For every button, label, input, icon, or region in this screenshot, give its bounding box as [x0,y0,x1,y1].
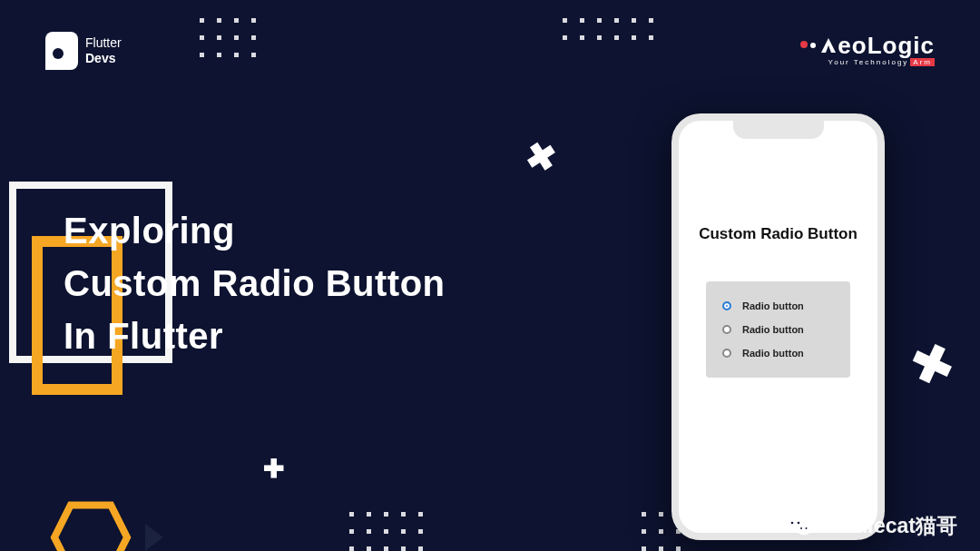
radio-indicator [722,325,731,334]
radio-label: Radio button [742,300,804,311]
dots-decoration [563,18,653,40]
title-line-1: Exploring [64,204,446,257]
logo-line2: Devs [85,51,122,66]
plus-icon: ✚ [901,330,964,399]
aeologic-dots-icon [800,41,816,48]
svg-point-4 [797,521,799,524]
radio-indicator-selected [722,301,731,310]
arrow-right-icon [145,524,163,551]
flutterdevs-logo-text: Flutter Devs [85,35,122,66]
radio-option[interactable]: Radio button [719,294,838,318]
phone-heading: Custom Radio Button [679,225,877,243]
radio-option[interactable]: Radio button [719,341,838,365]
svg-point-2 [797,523,811,535]
cross-icon: ✖ [523,133,562,181]
dots-decoration [200,18,256,57]
aeologic-brand: eoLogic [819,32,935,60]
hexagon-icon [50,501,132,551]
watermark-text: ducafecat猫哥 [818,512,957,540]
radio-indicator [722,349,731,358]
plus-icon: ✚ [263,454,284,484]
phone-mockup: Custom Radio Button Radio button Radio b… [671,113,885,540]
flutterdevs-logo-icon [45,32,78,70]
title-line-3: In Flutter [64,310,446,362]
flutterdevs-logo: Flutter Devs [45,32,122,70]
radio-option[interactable]: Radio button [719,318,838,341]
logo-line1: Flutter [85,35,122,51]
radio-label: Radio button [742,324,804,335]
watermark: ducafecat猫哥 [786,512,957,540]
svg-point-6 [805,527,807,529]
svg-marker-0 [54,505,127,551]
title-line-2: Custom Radio Button [64,257,446,310]
wechat-icon [786,516,811,537]
aeologic-logo: eoLogic Your TechnologyArm [800,32,935,66]
radio-label: Radio button [742,348,804,359]
hexagon-decoration [50,501,163,551]
radio-group: Radio button Radio button Radio button [706,281,850,378]
banner-title: Exploring Custom Radio Button In Flutter [64,204,446,362]
svg-point-3 [790,521,793,524]
dots-decoration [349,512,423,551]
svg-point-5 [800,527,802,529]
phone-notch [733,119,824,139]
